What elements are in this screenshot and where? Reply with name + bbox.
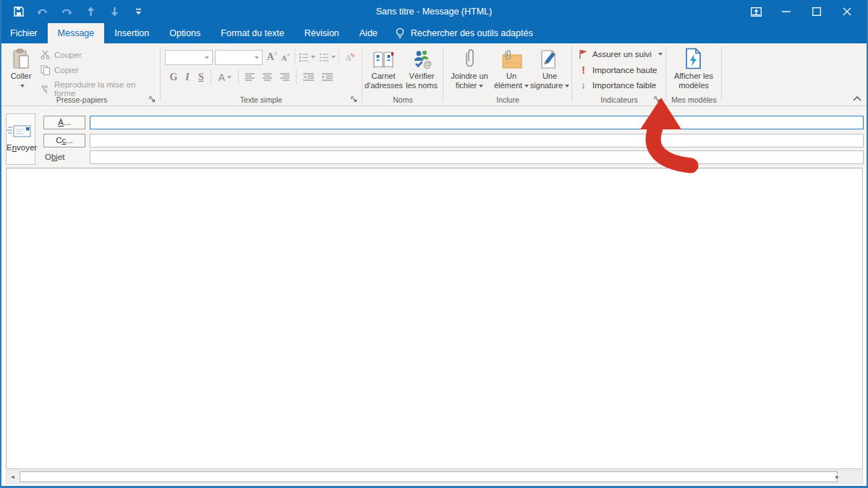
italic-button[interactable]: I xyxy=(182,71,192,84)
save-icon[interactable] xyxy=(10,3,27,20)
scissors-icon xyxy=(41,50,51,59)
low-importance-button[interactable]: ↓ Importance faible xyxy=(579,80,656,90)
ribbon-display-options-icon[interactable] xyxy=(741,0,771,23)
numbering-caret-icon xyxy=(331,56,336,59)
underline-button[interactable]: S xyxy=(195,71,207,84)
attach-file-label-2: fichier xyxy=(456,81,477,90)
undo-icon[interactable] xyxy=(34,3,51,20)
window-border-left xyxy=(0,0,1,488)
horizontal-scrollbar[interactable]: ◄ ► xyxy=(6,470,863,484)
shrink-font-button[interactable]: A˄ xyxy=(280,51,292,64)
message-body[interactable] xyxy=(6,168,863,469)
signature-button[interactable]: Une signature xyxy=(529,46,570,90)
tab-format-du-texte[interactable]: Format du texte xyxy=(210,23,294,43)
tab-message[interactable]: Message xyxy=(48,23,105,43)
attach-item-button[interactable]: Un élément xyxy=(493,46,529,90)
font-name-caret-icon[interactable] xyxy=(202,51,212,64)
subject-field[interactable] xyxy=(90,150,864,164)
paste-button[interactable]: Coller xyxy=(6,46,36,90)
tags-group-label: Indicateurs xyxy=(573,95,665,104)
tab-options[interactable]: Options xyxy=(159,23,210,43)
outlook-message-window: Sans titre - Message (HTML) Fichier Mess… xyxy=(0,0,868,488)
cc-field[interactable] xyxy=(90,134,864,147)
follow-up-button[interactable]: Assurer un suivi xyxy=(579,49,663,59)
separator xyxy=(296,69,297,85)
send-label: Envoyer xyxy=(7,143,37,152)
separator xyxy=(294,49,295,65)
check-names-icon: @ xyxy=(404,46,440,69)
copy-button[interactable]: Copier xyxy=(41,65,79,75)
attach-file-button[interactable]: Joindre un fichier xyxy=(447,46,492,90)
increase-indent-button[interactable] xyxy=(319,71,336,84)
send-button[interactable]: Envoyer xyxy=(6,114,35,165)
grow-font-button[interactable]: A˄ xyxy=(265,50,278,64)
tab-fichier[interactable]: Fichier xyxy=(0,23,48,43)
title-bar: Sans titre - Message (HTML) xyxy=(0,0,868,23)
tab-aide[interactable]: Aide xyxy=(349,23,388,43)
scroll-left-icon[interactable]: ◄ xyxy=(7,471,19,483)
send-envelope-icon xyxy=(7,124,35,143)
attach-item-caret-icon xyxy=(524,85,529,87)
my-templates-group-label: Mes modèles xyxy=(667,95,721,104)
attach-item-label-2: élément xyxy=(494,81,522,90)
previous-item-icon[interactable] xyxy=(82,3,99,20)
low-importance-label: Importance faible xyxy=(592,81,656,90)
font-color-button[interactable]: A xyxy=(215,71,235,84)
collapse-ribbon-button[interactable] xyxy=(852,95,862,102)
numbering-button[interactable] xyxy=(318,50,336,64)
customize-quick-access-icon[interactable] xyxy=(129,3,147,20)
clear-formatting-button[interactable]: A xyxy=(342,50,358,64)
align-right-button[interactable] xyxy=(277,71,293,84)
align-center-button[interactable] xyxy=(260,71,276,84)
group-basic-text: A˄ A˄ A G I S A xyxy=(161,43,361,106)
view-templates-label-2: modèles xyxy=(678,81,709,90)
follow-up-label: Assurer un suivi xyxy=(592,50,652,59)
next-item-icon[interactable] xyxy=(106,3,123,20)
group-include: Joindre un fichier Un élément Une signat… xyxy=(444,43,571,106)
font-name-value xyxy=(166,53,168,62)
font-size-caret-icon[interactable] xyxy=(252,51,262,64)
basic-text-dialog-launcher-icon[interactable] xyxy=(350,95,358,103)
tags-dialog-launcher-icon[interactable] xyxy=(653,95,661,103)
font-size-combo[interactable] xyxy=(215,50,263,65)
high-importance-button[interactable]: ! Importance haute xyxy=(579,64,658,76)
group-separator xyxy=(721,46,722,101)
separator xyxy=(238,69,239,85)
align-left-button[interactable] xyxy=(242,71,258,84)
redo-icon[interactable] xyxy=(58,3,75,20)
paste-label: Coller xyxy=(11,72,32,80)
paste-clipboard-icon xyxy=(6,46,36,69)
tab-revision[interactable]: Révision xyxy=(294,23,349,43)
to-button[interactable]: À... xyxy=(43,116,85,129)
separator xyxy=(339,49,339,65)
scroll-right-icon[interactable]: ► xyxy=(831,471,843,483)
tab-insertion[interactable]: Insertion xyxy=(104,23,159,43)
signature-label-1: Une xyxy=(542,72,557,80)
tell-me-search[interactable]: Rechercher des outils adaptés xyxy=(388,23,540,43)
group-separator xyxy=(160,46,161,101)
clipboard-dialog-launcher-icon[interactable] xyxy=(148,95,156,103)
signature-caret-icon xyxy=(565,85,569,87)
check-names-button[interactable]: @ Vérifier les noms xyxy=(404,46,440,90)
high-importance-label: Importance haute xyxy=(592,66,658,74)
minimize-button[interactable] xyxy=(771,0,801,23)
maximize-button[interactable] xyxy=(801,0,832,23)
separator xyxy=(210,69,211,85)
attach-file-label-1: Joindre un xyxy=(451,72,488,80)
attach-item-envelope-icon xyxy=(493,46,529,69)
address-book-label-1: Carnet xyxy=(371,72,395,80)
bold-button[interactable]: G xyxy=(168,71,179,84)
address-book-button[interactable]: Carnet d'adresses xyxy=(365,46,402,90)
cut-button[interactable]: Couper xyxy=(41,50,82,59)
close-button[interactable] xyxy=(832,0,862,23)
bold-glyph: G xyxy=(170,72,178,83)
view-templates-label-1: Afficher les xyxy=(674,72,713,80)
bullets-button[interactable] xyxy=(298,50,315,64)
scrollbar-thumb[interactable] xyxy=(20,471,838,482)
decrease-indent-button[interactable] xyxy=(300,71,318,84)
copy-label: Copier xyxy=(54,66,79,74)
font-name-combo[interactable] xyxy=(165,50,213,65)
view-templates-button[interactable]: Afficher les modèles xyxy=(669,46,718,90)
cc-button[interactable]: Cc... xyxy=(43,134,85,147)
to-field[interactable] xyxy=(90,116,864,129)
